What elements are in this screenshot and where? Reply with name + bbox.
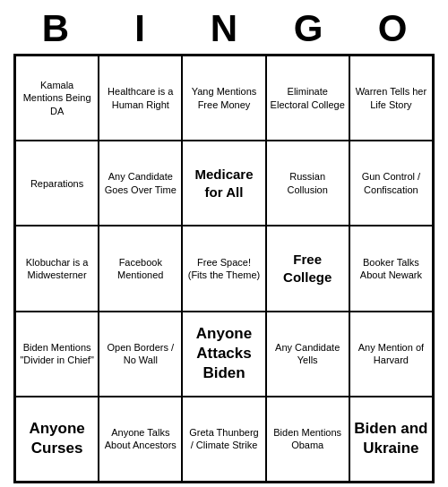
bingo-cell-19[interactable]: Any Mention of Harvard (349, 312, 433, 397)
letter-b: B (20, 7, 91, 50)
bingo-cell-8[interactable]: Russian Collusion (266, 141, 349, 226)
bingo-cell-24[interactable]: Biden and Ukraine (349, 397, 433, 482)
bingo-cell-0[interactable]: Kamala Mentions Being DA (15, 56, 99, 141)
letter-o: O (357, 7, 428, 50)
bingo-cell-3[interactable]: Eliminate Electoral College (266, 56, 349, 141)
bingo-cell-7[interactable]: Medicare for All (182, 141, 265, 226)
letter-i: I (104, 7, 176, 50)
bingo-cell-23[interactable]: Biden Mentions Obama (266, 397, 349, 482)
bingo-grid: Kamala Mentions Being DAHealthcare is a … (13, 54, 435, 483)
bingo-cell-21[interactable]: Anyone Talks About Ancestors (99, 397, 182, 482)
bingo-cell-11[interactable]: Facebook Mentioned (99, 226, 182, 311)
bingo-cell-10[interactable]: Klobuchar is a Midwesterner (15, 226, 99, 311)
bingo-cell-14[interactable]: Booker Talks About Newark (349, 226, 433, 311)
bingo-cell-18[interactable]: Any Candidate Yells (266, 312, 349, 397)
bingo-title: B I N G O (13, 0, 435, 54)
bingo-cell-13[interactable]: Free College (266, 226, 349, 311)
bingo-cell-12[interactable]: Free Space! (Fits the Theme) (182, 226, 265, 311)
bingo-cell-6[interactable]: Any Candidate Goes Over Time (99, 141, 182, 226)
letter-g: G (272, 7, 344, 50)
bingo-cell-5[interactable]: Reparations (15, 141, 99, 226)
bingo-cell-2[interactable]: Yang Mentions Free Money (182, 56, 265, 141)
letter-n: N (188, 7, 260, 50)
bingo-cell-17[interactable]: Anyone Attacks Biden (182, 312, 265, 397)
bingo-cell-16[interactable]: Open Borders / No Wall (99, 312, 182, 397)
bingo-cell-15[interactable]: Biden Mentions "Divider in Chief" (15, 312, 99, 397)
bingo-cell-20[interactable]: Anyone Curses (15, 397, 99, 482)
bingo-cell-22[interactable]: Greta Thunberg / Climate Strike (182, 397, 265, 482)
bingo-cell-4[interactable]: Warren Tells her Life Story (349, 56, 433, 141)
bingo-cell-1[interactable]: Healthcare is a Human Right (99, 56, 182, 141)
bingo-cell-9[interactable]: Gun Control / Confiscation (349, 141, 433, 226)
